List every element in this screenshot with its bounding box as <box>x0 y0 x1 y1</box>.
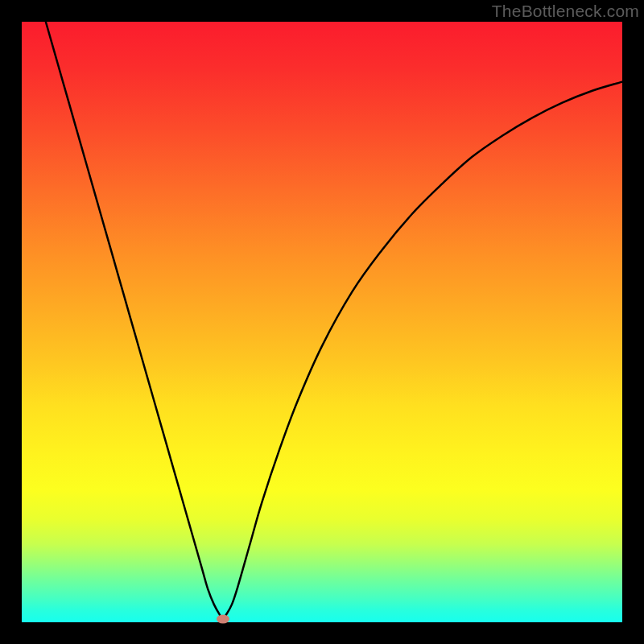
watermark-text: TheBottleneck.com <box>492 2 639 21</box>
bottleneck-curve <box>22 22 622 622</box>
curve-path <box>46 22 622 619</box>
optimal-point-marker <box>217 614 229 623</box>
chart-frame <box>22 22 622 622</box>
